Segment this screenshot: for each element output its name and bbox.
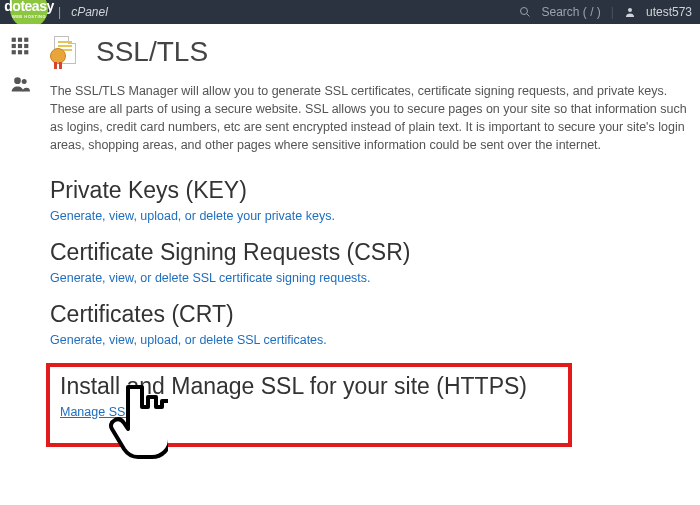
- section-csr: Certificate Signing Requests (CSR) Gener…: [50, 239, 700, 285]
- side-rail: [0, 24, 40, 505]
- svg-rect-4: [18, 38, 22, 42]
- search-icon[interactable]: [519, 6, 531, 18]
- page-intro: The SSL/TLS Manager will allow you to ge…: [50, 82, 700, 155]
- svg-rect-5: [24, 38, 28, 42]
- divider: |: [58, 5, 61, 19]
- top-bar: doteasy WEB HOSTING | cPanel Search ( / …: [0, 0, 700, 24]
- cpanel-label: cPanel: [71, 5, 108, 19]
- svg-rect-7: [18, 44, 22, 48]
- svg-line-1: [527, 14, 530, 17]
- main-content: SSL/TLS The SSL/TLS Manager will allow y…: [40, 24, 700, 447]
- crt-link[interactable]: Generate, view, upload, or delete SSL ce…: [50, 333, 327, 347]
- apps-grid-icon[interactable]: [10, 36, 30, 56]
- search-label[interactable]: Search ( / ): [541, 5, 600, 19]
- section-heading: Install and Manage SSL for your site (HT…: [60, 373, 558, 400]
- private-keys-link[interactable]: Generate, view, upload, or delete your p…: [50, 209, 335, 223]
- svg-rect-6: [12, 44, 16, 48]
- csr-link[interactable]: Generate, view, or delete SSL certificat…: [50, 271, 371, 285]
- section-private-keys: Private Keys (KEY) Generate, view, uploa…: [50, 177, 700, 223]
- highlight-install-ssl: Install and Manage SSL for your site (HT…: [46, 363, 572, 447]
- manage-ssl-sites-link[interactable]: Manage SSL sites.: [60, 405, 164, 419]
- svg-point-0: [521, 8, 528, 15]
- svg-rect-8: [24, 44, 28, 48]
- svg-point-12: [14, 77, 21, 84]
- user-icon[interactable]: [624, 6, 636, 18]
- svg-rect-3: [12, 38, 16, 42]
- logo-text-sub: WEB HOSTING: [12, 15, 46, 19]
- topbar-right: Search ( / ) | utest573: [519, 0, 692, 24]
- ssl-certificate-icon: [50, 36, 86, 68]
- section-heading: Certificate Signing Requests (CSR): [50, 239, 700, 266]
- logo-text-top: doteasy: [4, 0, 53, 13]
- page-title: SSL/TLS: [96, 36, 208, 68]
- svg-rect-11: [24, 50, 28, 54]
- users-icon[interactable]: [10, 74, 30, 94]
- svg-point-13: [22, 79, 27, 84]
- svg-rect-9: [12, 50, 16, 54]
- section-heading: Private Keys (KEY): [50, 177, 700, 204]
- page-title-row: SSL/TLS: [48, 32, 700, 80]
- section-heading: Certificates (CRT): [50, 301, 700, 328]
- section-crt: Certificates (CRT) Generate, view, uploa…: [50, 301, 700, 347]
- user-name[interactable]: utest573: [646, 5, 692, 19]
- svg-point-2: [628, 8, 632, 12]
- section-install-ssl: Install and Manage SSL for your site (HT…: [60, 373, 558, 419]
- svg-rect-10: [18, 50, 22, 54]
